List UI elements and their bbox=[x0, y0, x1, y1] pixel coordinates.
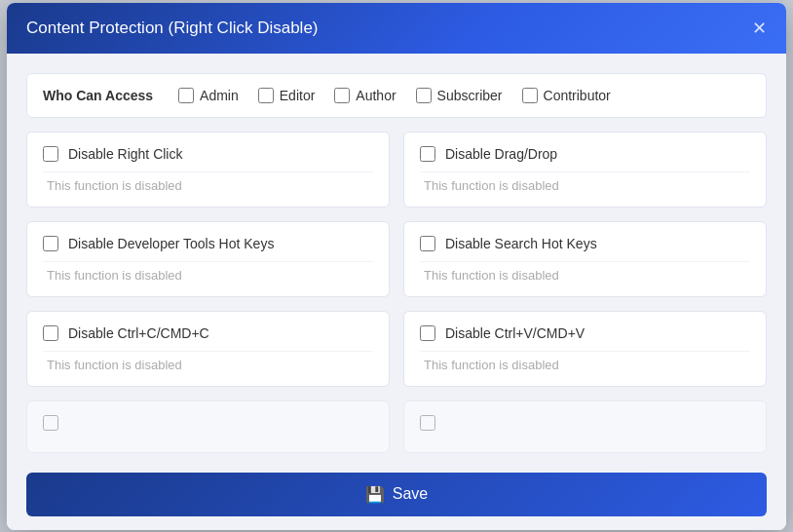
feature-status: This function is disabled bbox=[43, 261, 373, 285]
contributor-checkbox[interactable] bbox=[522, 88, 538, 103]
access-label: Who Can Access bbox=[43, 88, 153, 103]
subscriber-checkbox-group[interactable]: Subscriber bbox=[416, 88, 503, 103]
modal-title: Content Protection (Right Click Disable) bbox=[26, 19, 319, 38]
feature-header: Disable Ctrl+V/CMD+V bbox=[420, 325, 750, 341]
admin-checkbox-group[interactable]: Admin bbox=[178, 88, 239, 103]
modal: Content Protection (Right Click Disable)… bbox=[7, 3, 786, 530]
disable-search-hotkeys-checkbox[interactable] bbox=[420, 236, 435, 251]
modal-footer: 💾 Save bbox=[7, 463, 786, 530]
feature-header: Disable Developer Tools Hot Keys bbox=[43, 236, 373, 251]
feature-name: Disable Ctrl+C/CMD+C bbox=[68, 325, 209, 341]
author-label: Author bbox=[356, 88, 396, 103]
feature-card-search-hotkeys: Disable Search Hot Keys This function is… bbox=[403, 221, 767, 297]
author-checkbox[interactable] bbox=[334, 88, 350, 103]
feature-partial-right-checkbox[interactable] bbox=[420, 415, 435, 431]
modal-header: Content Protection (Right Click Disable)… bbox=[7, 3, 786, 54]
editor-checkbox[interactable] bbox=[258, 88, 274, 103]
save-icon: 💾 bbox=[365, 485, 385, 504]
save-label: Save bbox=[393, 485, 428, 503]
feature-card-ctrl-c: Disable Ctrl+C/CMD+C This function is di… bbox=[26, 311, 390, 387]
contributor-checkbox-group[interactable]: Contributor bbox=[522, 88, 611, 103]
feature-status: This function is disabled bbox=[420, 171, 750, 195]
feature-name: Disable Right Click bbox=[68, 146, 182, 162]
disable-right-click-checkbox[interactable] bbox=[43, 146, 58, 162]
feature-header: Disable Drag/Drop bbox=[420, 146, 750, 162]
feature-header: Disable Ctrl+C/CMD+C bbox=[43, 325, 373, 341]
feature-card-drag-drop: Disable Drag/Drop This function is disab… bbox=[403, 132, 767, 208]
contributor-label: Contributor bbox=[544, 88, 611, 103]
editor-label: Editor bbox=[280, 88, 316, 103]
admin-label: Admin bbox=[200, 88, 239, 103]
disable-drag-drop-checkbox[interactable] bbox=[420, 146, 435, 162]
feature-header bbox=[43, 415, 373, 431]
feature-card-partial-right bbox=[403, 400, 767, 453]
feature-header: Disable Right Click bbox=[43, 146, 373, 162]
feature-name: Disable Search Hot Keys bbox=[445, 236, 597, 251]
feature-status: This function is disabled bbox=[43, 351, 373, 374]
feature-card-partial-left bbox=[26, 400, 390, 453]
feature-status: This function is disabled bbox=[43, 171, 373, 195]
modal-body: Who Can Access Admin Editor Author Subsc… bbox=[7, 54, 786, 463]
features-grid: Disable Right Click This function is dis… bbox=[26, 132, 767, 453]
feature-header: Disable Search Hot Keys bbox=[420, 236, 750, 251]
save-button[interactable]: 💾 Save bbox=[26, 473, 767, 516]
feature-name: Disable Drag/Drop bbox=[445, 146, 557, 162]
modal-close-button[interactable]: ✕ bbox=[752, 19, 767, 37]
feature-header bbox=[420, 415, 750, 431]
author-checkbox-group[interactable]: Author bbox=[334, 88, 396, 103]
feature-card-dev-tools: Disable Developer Tools Hot Keys This fu… bbox=[26, 221, 390, 297]
access-row: Who Can Access Admin Editor Author Subsc… bbox=[26, 73, 767, 118]
admin-checkbox[interactable] bbox=[178, 88, 194, 103]
feature-name: Disable Ctrl+V/CMD+V bbox=[445, 325, 585, 341]
subscriber-checkbox[interactable] bbox=[416, 88, 432, 103]
subscriber-label: Subscriber bbox=[437, 88, 503, 103]
disable-ctrl-c-checkbox[interactable] bbox=[43, 325, 58, 341]
disable-ctrl-v-checkbox[interactable] bbox=[420, 325, 435, 341]
feature-status: This function is disabled bbox=[420, 351, 750, 374]
disable-dev-tools-checkbox[interactable] bbox=[43, 236, 58, 251]
feature-card-ctrl-v: Disable Ctrl+V/CMD+V This function is di… bbox=[403, 311, 767, 387]
feature-card-right-click: Disable Right Click This function is dis… bbox=[26, 132, 390, 208]
editor-checkbox-group[interactable]: Editor bbox=[258, 88, 316, 103]
feature-name: Disable Developer Tools Hot Keys bbox=[68, 236, 274, 251]
feature-partial-left-checkbox[interactable] bbox=[43, 415, 58, 431]
feature-status: This function is disabled bbox=[420, 261, 750, 285]
